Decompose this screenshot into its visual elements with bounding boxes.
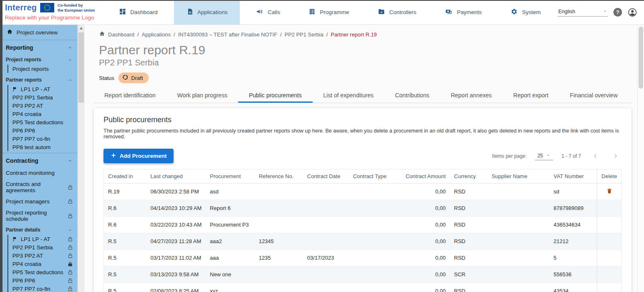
nav-item-calls[interactable]: Calls	[244, 0, 292, 24]
nav-item-system[interactable]: System	[498, 0, 553, 24]
sidebar-item[interactable]: PP3 PP2 AT	[12, 251, 77, 260]
sidebar-item[interactable]: LP1 LP - AT	[12, 85, 77, 93]
nav-item-dashboard[interactable]: Dashboard	[106, 0, 170, 24]
report-tab[interactable]: Report identification	[94, 87, 166, 103]
report-tab[interactable]: Submit	[628, 87, 637, 103]
sidebar-item[interactable]: PP6 PP6	[12, 276, 77, 285]
cell-contract-amount: 0,00	[401, 250, 450, 266]
breadcrumb-link[interactable]: Dashboard	[108, 31, 135, 38]
table-row[interactable]: R.5 03/17/2023 11:02 AM aaa 1235 03/17/2…	[104, 250, 622, 266]
home-icon	[7, 29, 13, 36]
sidebar-group-project-reports[interactable]: Project reports	[2, 54, 77, 64]
sidebar-item-project-overview[interactable]: Project overview	[2, 25, 77, 40]
scrollbar-thumb[interactable]	[639, 27, 643, 89]
nav-item-programme[interactable]: Programme	[296, 0, 362, 24]
cell-contract-amount: 0,00	[401, 266, 450, 283]
sidebar-item[interactable]: LP1 LP - AT	[12, 235, 77, 243]
report-tab[interactable]: Contributions	[384, 87, 440, 103]
scroll-up-arrow-icon[interactable]	[80, 27, 83, 29]
sidebar-item[interactable]: Project reporting schedule	[2, 207, 77, 224]
cell-currency: RSD	[450, 283, 487, 292]
sidebar-item[interactable]: PP4 croatia	[12, 260, 77, 268]
cell-created-in: R.5	[104, 250, 147, 266]
table-row[interactable]: R.6 04/14/2023 10:29 AM Report 6 0,00 RS…	[104, 200, 622, 217]
sidebar-item[interactable]: PP3 PP2 AT	[12, 101, 77, 110]
cell-delete	[597, 266, 622, 283]
card-description: The partner public procurements included…	[104, 128, 622, 140]
nav-item-controllers[interactable]: Controllers	[365, 0, 429, 24]
sidebar-item[interactable]: PP8 test autom	[12, 143, 77, 151]
breadcrumb-link[interactable]: Applications	[142, 31, 171, 38]
sidebar-item[interactable]: PP7 PP7 co-fin	[12, 285, 77, 292]
report-tab[interactable]: List of expenditures	[313, 87, 384, 103]
breadcrumb-separator: /	[174, 31, 175, 38]
sidebar-item[interactable]: PP5 Test deductions	[12, 118, 77, 126]
page-scrollbar[interactable]	[637, 25, 644, 292]
language-select[interactable]: English	[557, 8, 608, 17]
account-icon[interactable]	[627, 7, 637, 17]
sidebar-item[interactable]: PP4 croatia	[12, 110, 77, 118]
report-tab[interactable]: Report export	[502, 87, 559, 103]
nav-label: Programme	[320, 9, 349, 15]
sidebar-section-contracting[interactable]: Contracting	[2, 153, 77, 167]
nav-label: System	[522, 9, 540, 15]
table-row[interactable]: R.19 06/30/2023 2:58 PM asd 0,00 RSD sd	[104, 183, 622, 200]
scrollbar-thumb[interactable]	[78, 32, 84, 103]
sidebar-item[interactable]: PP5 Test deductions	[12, 268, 77, 276]
help-icon[interactable]: ?	[613, 8, 622, 17]
sidebar-item[interactable]: Contracts and agreements	[2, 179, 77, 196]
lock-icon	[68, 185, 73, 190]
breadcrumb-link[interactable]: INT4300093 – TEST after Finalise NOTIF	[178, 31, 277, 38]
sidebar-item-label: Project overview	[17, 29, 58, 36]
contracting-list: Contract monitoring Contracts and agreem…	[2, 167, 77, 224]
cell-procurement: aaa	[206, 250, 255, 266]
sidebar-item[interactable]: Project managers	[2, 196, 77, 207]
next-page-icon[interactable]	[610, 152, 622, 159]
cell-delete	[597, 217, 622, 233]
cell-contract-date	[303, 217, 349, 233]
home-icon[interactable]	[99, 31, 105, 38]
cell-contract-date	[303, 283, 349, 292]
eu-flag-icon	[40, 3, 54, 12]
table-row[interactable]: R.5 03/13/2023 9:58 AM New one 0,00 SCR …	[104, 266, 622, 283]
nav-item-applications[interactable]: Applications	[174, 0, 240, 24]
add-procurement-button[interactable]: Add Procurement	[104, 149, 174, 163]
pagination-top: Items per page: 25 1 - 7 of 7	[492, 152, 622, 160]
sidebar-item[interactable]: PP6 PP6	[12, 126, 77, 135]
add-procurement-label: Add Procurement	[120, 153, 166, 159]
lock-icon	[68, 278, 73, 283]
sidebar-item[interactable]: PP2 PP1 Serbia	[12, 243, 77, 251]
table-row[interactable]: R.6 03/22/2023 10:43 AM Procurement P3 0…	[104, 217, 622, 233]
sidebar-item-label: PP2 PP1 Serbia	[12, 244, 65, 251]
page-title: Partner report R.19	[99, 43, 632, 57]
sidebar-group-partner-details[interactable]: Partner details	[2, 224, 77, 234]
breadcrumb-link[interactable]: PP2 PP1 Serbia	[285, 31, 323, 38]
sidebar-item[interactable]: Project reports	[12, 65, 77, 73]
report-tab[interactable]: Public procurements	[238, 87, 313, 103]
cell-reference-no: 1235	[255, 250, 303, 266]
report-tab[interactable]: Work plan progress	[166, 87, 238, 103]
report-tab[interactable]: Report annexes	[440, 87, 502, 103]
page-size-select[interactable]: 25	[535, 152, 553, 160]
breadcrumb-current: Partner report R.19	[331, 31, 377, 38]
cell-contract-type	[349, 266, 401, 283]
cell-contract-amount: 0,00	[401, 183, 450, 200]
cell-contract-type	[349, 283, 401, 292]
nav-item-payments[interactable]: Payments	[432, 0, 494, 24]
status-row: Status Draft	[99, 72, 632, 83]
sidebar-item[interactable]: PP2 PP1 Serbia	[12, 93, 77, 101]
table-row[interactable]: R.5 02/08/2023 8:25 AM xyz 0,00 RSD 4353…	[104, 283, 622, 292]
chevron-up-icon	[68, 45, 72, 50]
sidebar-item[interactable]: Contract monitoring	[2, 167, 77, 179]
main-content: Dashboard / Applications / INT4300093 – …	[84, 25, 637, 292]
previous-page-icon[interactable]	[589, 152, 601, 159]
sidebar-scrollbar[interactable]	[77, 25, 84, 292]
sidebar-section-reporting[interactable]: Reporting	[2, 40, 77, 54]
sidebar-item-label: PP4 croatia	[12, 111, 73, 117]
sidebar-group-partner-reports[interactable]: Partner reports	[2, 75, 77, 84]
cell-delete	[597, 283, 622, 292]
report-tab[interactable]: Financial overview	[559, 87, 628, 103]
sidebar-item[interactable]: PP7 PP7 co-fin	[12, 135, 77, 143]
table-row[interactable]: R.5 04/27/2023 11:28 AM aaa2 12345 0,00 …	[104, 233, 622, 250]
delete-trash-icon[interactable]	[606, 188, 613, 194]
